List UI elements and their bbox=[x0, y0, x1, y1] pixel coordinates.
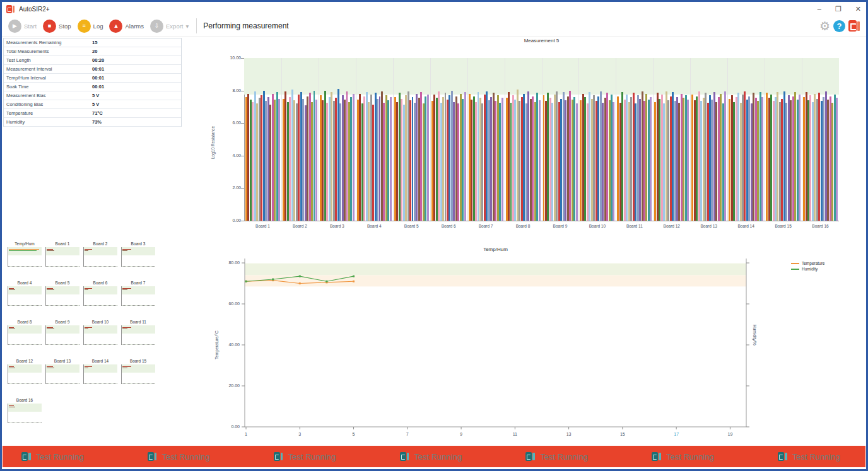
thumbnail-board-12[interactable]: Board 12 bbox=[8, 359, 45, 398]
bar bbox=[464, 92, 466, 221]
test-running-indicator: Test Running bbox=[21, 452, 84, 462]
thumbnail-chart bbox=[8, 247, 42, 267]
thumbnail-board-7[interactable]: Board 7 bbox=[121, 281, 159, 320]
thumbnail-board-2[interactable]: Board 2 bbox=[83, 241, 121, 281]
thumbnail-chart bbox=[8, 404, 42, 423]
alarm-warning-icon: ▲ bbox=[109, 20, 122, 33]
log-button[interactable]: ≡ Log bbox=[78, 20, 103, 33]
thumbnail-trace bbox=[47, 249, 53, 250]
test-running-indicator: Test Running bbox=[652, 452, 714, 462]
thumbnail-title: Board 6 bbox=[83, 281, 117, 285]
test-running-text: Test Running bbox=[36, 452, 84, 462]
thumbnail-board-9[interactable]: Board 9 bbox=[45, 320, 83, 359]
bar bbox=[353, 94, 355, 221]
info-row-value: 00:01 bbox=[92, 66, 104, 72]
thumbnail-trace bbox=[47, 289, 54, 290]
thumbnail-board-13[interactable]: Board 13 bbox=[45, 359, 83, 398]
thumbnail-board-1[interactable]: Board 1 bbox=[45, 241, 83, 281]
thumbnail-board-4[interactable]: Board 4 bbox=[8, 281, 45, 320]
board-label: Board 12 bbox=[653, 224, 690, 228]
legend-color-dash bbox=[791, 263, 799, 264]
bar-chart-plot-area bbox=[244, 58, 839, 221]
info-row: Temperature71°C bbox=[4, 109, 181, 118]
bar bbox=[539, 100, 541, 221]
status-logo-icon bbox=[400, 452, 410, 461]
measurement-status-text: Performing measurement bbox=[203, 21, 288, 30]
thumbnail-board-8[interactable]: Board 8 bbox=[8, 320, 45, 359]
thumbnail-board-14[interactable]: Board 14 bbox=[83, 359, 121, 398]
thumbnail-trace bbox=[122, 327, 131, 328]
thumbnail-board-16[interactable]: Board 16 bbox=[8, 398, 45, 437]
x-tick-label: 3 bbox=[298, 432, 301, 436]
temperature-marker bbox=[353, 281, 355, 282]
humidity-marker bbox=[245, 281, 247, 282]
thumbnail-title: Board 13 bbox=[45, 359, 79, 363]
thumbnail-temp-hum[interactable]: Temp/Hum bbox=[8, 241, 45, 281]
test-running-text: Test Running bbox=[666, 452, 714, 462]
thumbnail-board-5[interactable]: Board 5 bbox=[45, 281, 83, 320]
toolbar-separator bbox=[196, 18, 197, 33]
log-button-label: Log bbox=[93, 23, 103, 30]
thumbnail-board-6[interactable]: Board 6 bbox=[83, 281, 121, 320]
alarms-button-label: Alarms bbox=[125, 23, 144, 30]
y-tick-label: 0.00 bbox=[222, 218, 241, 223]
export-button[interactable]: ⇩ Export ▾ bbox=[150, 20, 189, 33]
bar bbox=[687, 100, 689, 221]
test-running-text: Test Running bbox=[540, 452, 588, 462]
status-logo-icon bbox=[525, 452, 536, 461]
measurement-info-table: Measurements Remaining15Total Measuremen… bbox=[3, 38, 182, 127]
start-button[interactable]: ▶ Start bbox=[8, 20, 37, 33]
thumbnail-title: Board 4 bbox=[8, 281, 42, 285]
bar-group bbox=[578, 58, 616, 221]
thumbnail-trace bbox=[9, 288, 14, 289]
status-logo-icon bbox=[148, 452, 158, 461]
help-icon[interactable]: ? bbox=[833, 20, 845, 32]
temp-hum-plot-area: 135791113151719 bbox=[245, 259, 746, 439]
info-row: Measurements Remaining15 bbox=[4, 38, 181, 47]
info-row-label: Humidity bbox=[4, 119, 92, 125]
bar-chart-y-axis-label: Log10 Resistance bbox=[211, 126, 215, 159]
alarms-button[interactable]: ▲ Alarms bbox=[109, 20, 144, 33]
maximize-button[interactable]: ❐ bbox=[835, 6, 842, 13]
thumbnail-trace bbox=[122, 368, 127, 368]
info-row-label: Total Measurements bbox=[4, 49, 92, 54]
info-row-label: Test Length bbox=[4, 57, 92, 63]
test-running-indicator: Test Running bbox=[525, 452, 588, 462]
stop-button[interactable]: ■ Stop bbox=[43, 20, 71, 33]
bar bbox=[761, 97, 763, 221]
thumbnail-chart bbox=[45, 364, 79, 384]
minimize-button[interactable]: – bbox=[818, 6, 821, 13]
temp-y-tick-label: 40.00 bbox=[218, 342, 240, 347]
info-row-value: 00:01 bbox=[92, 75, 104, 81]
test-running-indicator: Test Running bbox=[148, 452, 210, 462]
board-label: Board 9 bbox=[542, 224, 579, 228]
temp-hum-legend: TemperatureHumidity bbox=[791, 260, 825, 272]
thumbnail-board-10[interactable]: Board 10 bbox=[83, 320, 121, 359]
thumbnail-trace bbox=[85, 289, 88, 290]
board-label: Board 4 bbox=[356, 224, 393, 228]
humidity-marker bbox=[299, 276, 301, 277]
info-row-value: 00:01 bbox=[92, 84, 104, 90]
thumbnail-board-15[interactable]: Board 15 bbox=[121, 359, 159, 398]
board-label: Board 8 bbox=[505, 224, 542, 228]
temp-y-tick-label: 0.00 bbox=[218, 424, 240, 429]
thumbnail-trace bbox=[47, 288, 53, 289]
close-button[interactable]: ✕ bbox=[855, 6, 861, 13]
humidity-axis-label: Humidity/% bbox=[753, 325, 757, 346]
bar bbox=[576, 103, 578, 221]
info-row-label: Measurements Remaining bbox=[4, 40, 92, 45]
thumbnail-title: Board 14 bbox=[83, 359, 117, 363]
bar bbox=[836, 98, 838, 221]
x-tick-label: 5 bbox=[353, 432, 355, 436]
thumbnail-trace bbox=[85, 288, 92, 289]
humidity-marker bbox=[353, 276, 355, 277]
thumbnail-trace bbox=[85, 329, 88, 329]
test-running-indicator: Test Running bbox=[274, 452, 336, 462]
thumbnail-board-3[interactable]: Board 3 bbox=[121, 241, 159, 281]
thumbnail-board-11[interactable]: Board 11 bbox=[121, 320, 159, 359]
thumbnail-trace bbox=[122, 250, 127, 251]
bar bbox=[650, 97, 652, 221]
thumbnail-trace bbox=[9, 405, 14, 406]
thumbnail-title: Board 7 bbox=[121, 281, 155, 285]
settings-gear-icon[interactable]: ⚙ bbox=[819, 19, 830, 33]
